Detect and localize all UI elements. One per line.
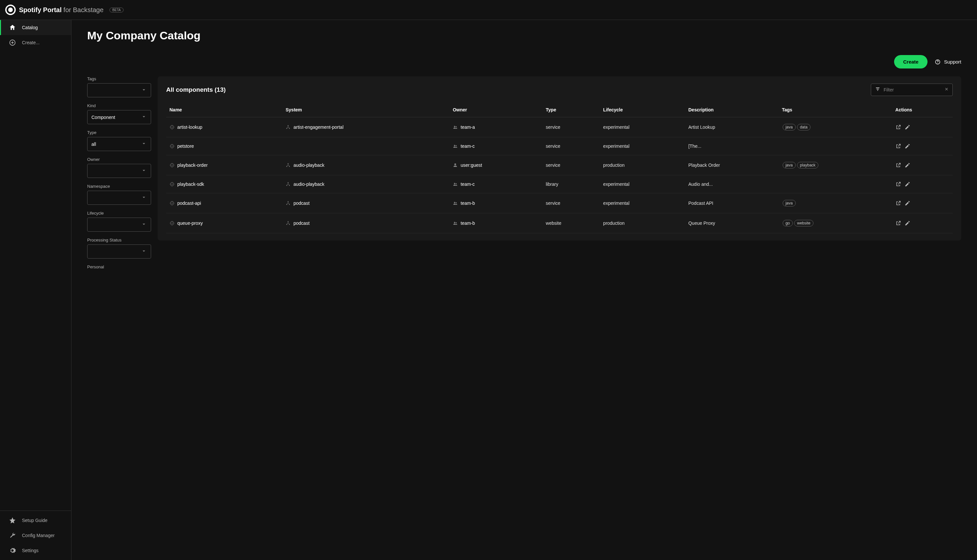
beta-badge: BETA [110, 8, 123, 12]
owner-link[interactable]: team-a [453, 125, 539, 130]
owner-link[interactable]: team-c [453, 182, 539, 187]
owner-link[interactable]: team-c [453, 143, 539, 149]
clear-filter-icon[interactable] [944, 87, 949, 93]
tag-pill[interactable]: data [797, 124, 810, 130]
chevron-down-icon [141, 140, 147, 147]
filter-label: Tags [87, 77, 151, 81]
table-row: podcast-api podcast team-b service exper… [166, 193, 953, 213]
system-link[interactable]: audio-playback [285, 163, 446, 168]
tag-pill[interactable]: java [783, 200, 796, 207]
filter-group-owner: Owner [87, 157, 151, 178]
name-link[interactable]: artist-lookup [170, 125, 279, 130]
type-cell: website [542, 213, 600, 233]
chevron-down-icon [141, 248, 147, 255]
type-cell: service [542, 117, 600, 137]
name-link[interactable]: playback-order [170, 163, 279, 168]
main-content: My Company Catalog Create Support Tags K… [72, 20, 977, 560]
table-title: All components (13) [166, 86, 226, 93]
open-icon[interactable] [895, 162, 901, 168]
tag-pill[interactable]: java [783, 124, 796, 130]
filter-select-namespace[interactable] [87, 191, 151, 205]
select-value: all [92, 142, 96, 147]
help-icon [934, 58, 941, 65]
filter-group-type: Type all [87, 130, 151, 151]
table-panel: All components (13) NameSystemOwnerTypeL… [158, 77, 961, 240]
col-system[interactable]: System [282, 103, 449, 117]
edit-icon[interactable] [905, 200, 910, 206]
wrench-icon [9, 532, 16, 539]
chevron-down-icon [141, 194, 147, 201]
col-type[interactable]: Type [542, 103, 600, 117]
tags-cell: javaplayback [779, 155, 892, 175]
component-icon [170, 200, 175, 206]
col-lifecycle[interactable]: Lifecycle [600, 103, 685, 117]
support-link[interactable]: Support [934, 58, 961, 65]
edit-icon[interactable] [905, 143, 910, 149]
filter-select-processing-status[interactable] [87, 245, 151, 258]
system-link[interactable]: podcast [285, 220, 446, 226]
open-icon[interactable] [895, 181, 901, 187]
name-link[interactable]: queue-proxy [170, 220, 279, 226]
logo[interactable]: Spotify Portal for Backstage BETA [5, 5, 123, 15]
name-link[interactable]: podcast-api [170, 200, 279, 206]
filter-select-kind[interactable]: Component [87, 110, 151, 124]
nav-label: Setup Guide [22, 518, 48, 523]
nav-label: Catalog [22, 25, 38, 30]
table-row: playback-order audio-playback user:guest… [166, 155, 953, 175]
edit-icon[interactable] [905, 181, 910, 187]
table-row: queue-proxy podcast team-b website produ… [166, 213, 953, 233]
system-link[interactable]: podcast [285, 200, 446, 206]
filter-label: Namespace [87, 184, 151, 189]
type-cell: service [542, 137, 600, 155]
nav-settings[interactable]: Settings [0, 543, 71, 558]
filter-label: Lifecycle [87, 211, 151, 216]
col-owner[interactable]: Owner [449, 103, 542, 117]
nav-setup-guide[interactable]: Setup Guide [0, 513, 71, 528]
filter-select-lifecycle[interactable] [87, 218, 151, 232]
open-icon[interactable] [895, 143, 901, 149]
tag-pill[interactable]: playback [797, 162, 819, 168]
system-link[interactable]: artist-engagement-portal [285, 125, 446, 130]
filter-input[interactable] [884, 87, 941, 92]
system-icon [285, 220, 291, 226]
owner-link[interactable]: team-b [453, 220, 539, 226]
tag-pill[interactable]: go [783, 220, 793, 227]
system-link[interactable]: audio-playback [285, 182, 446, 187]
col-tags[interactable]: Tags [779, 103, 892, 117]
tag-pill[interactable]: website [794, 220, 814, 227]
system-icon [285, 163, 291, 168]
edit-icon[interactable] [905, 162, 910, 168]
owner-link[interactable]: user:guest [453, 163, 539, 168]
filter-select-tags[interactable] [87, 83, 151, 97]
table-row: artist-lookup artist-engagement-portal t… [166, 117, 953, 137]
tag-pill[interactable]: java [783, 162, 796, 168]
filter-label: Type [87, 130, 151, 135]
edit-icon[interactable] [905, 220, 910, 226]
create-button[interactable]: Create [894, 55, 928, 68]
filter-select-owner[interactable] [87, 164, 151, 178]
gear-icon [9, 547, 16, 554]
type-cell: library [542, 175, 600, 193]
col-actions[interactable]: Actions [892, 103, 953, 117]
name-link[interactable]: playback-sdk [170, 182, 279, 187]
nav-create-[interactable]: Create... [0, 35, 71, 50]
lifecycle-cell: experimental [600, 175, 685, 193]
col-description[interactable]: Description [685, 103, 779, 117]
filter-input-wrap[interactable] [871, 83, 953, 96]
owner-link[interactable]: team-b [453, 200, 539, 206]
filter-label: Kind [87, 103, 151, 108]
filter-select-type[interactable]: all [87, 137, 151, 151]
page-title: My Company Catalog [87, 29, 961, 42]
open-icon[interactable] [895, 124, 901, 130]
open-icon[interactable] [895, 220, 901, 226]
system-icon [285, 200, 291, 206]
edit-icon[interactable] [905, 124, 910, 130]
home-icon [9, 24, 16, 31]
name-link[interactable]: petstore [170, 143, 279, 149]
nav-label: Config Manager [22, 533, 55, 538]
nav-catalog[interactable]: Catalog [0, 20, 71, 35]
nav-config-manager[interactable]: Config Manager [0, 528, 71, 543]
open-icon[interactable] [895, 200, 901, 206]
col-name[interactable]: Name [166, 103, 282, 117]
lifecycle-cell: experimental [600, 193, 685, 213]
